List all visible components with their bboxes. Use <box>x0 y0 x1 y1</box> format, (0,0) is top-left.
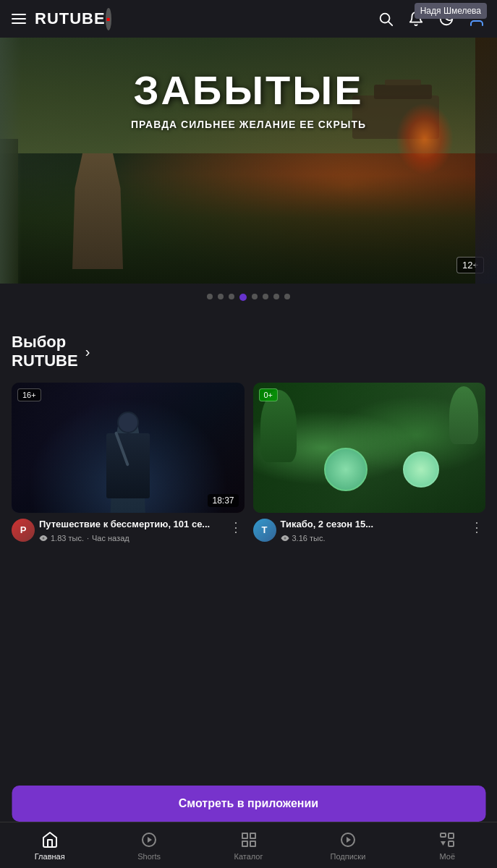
nav-label-subscriptions: Подписки <box>331 852 366 861</box>
subscriptions-icon <box>339 830 357 849</box>
nav-item-subscriptions[interactable]: Подписки <box>298 826 397 865</box>
views-count-2: 3.16 тыс. <box>292 534 326 542</box>
svg-rect-15 <box>449 833 454 838</box>
nav-label-home: Главная <box>35 852 65 861</box>
slider-dot-1[interactable] <box>207 294 213 299</box>
video-age-badge-2: 0+ <box>259 388 279 401</box>
hero-slide-active[interactable]: ЗАБЫТЫЕ ПРАВДА СИЛЬНЕЕ ЖЕЛАНИЕ ЕЕ СКРЫТЬ… <box>0 38 497 284</box>
video-thumbnail-2: 0+ <box>253 383 486 513</box>
nav-label-catalog: Каталог <box>234 852 263 861</box>
slider-dot-3[interactable] <box>229 294 234 299</box>
svg-marker-6 <box>148 837 152 843</box>
video-card-1[interactable]: 16+ 18:37 Р Путешествие к бессмертию, 10… <box>12 383 245 545</box>
svg-rect-13 <box>441 833 446 837</box>
search-button[interactable] <box>377 10 394 27</box>
video-more-button-1[interactable]: ⋮ <box>227 519 245 536</box>
my-icon <box>438 830 456 849</box>
bottom-navigation: Главная Shorts Каталог <box>0 822 497 868</box>
svg-point-4 <box>284 537 286 539</box>
channel-icon-2[interactable]: Т <box>253 519 276 542</box>
nav-item-my[interactable]: Моё <box>398 826 497 865</box>
video-stats-2: 3.16 тыс. <box>281 534 464 542</box>
video-title-1: Путешествие к бессмертию, 101 се... <box>39 519 223 531</box>
time-ago-1: Час назад <box>92 534 129 542</box>
video-info-1: Р Путешествие к бессмертию, 101 се... 1.… <box>12 513 245 545</box>
home-icon <box>41 830 59 849</box>
cute-characters <box>253 383 486 513</box>
nav-item-home[interactable]: Главная <box>0 826 99 865</box>
section-title-line1: Выбор <box>12 333 66 351</box>
logo-dot: · <box>106 8 112 30</box>
section-title-line2: RUTUBE <box>12 352 78 370</box>
svg-line-1 <box>388 22 392 25</box>
nav-label-shorts: Shorts <box>137 852 161 861</box>
slider-dot-6[interactable] <box>263 294 268 299</box>
cta-banner[interactable]: Смотреть в приложении <box>12 786 485 822</box>
slider-dot-5[interactable] <box>252 294 258 299</box>
video-card-2[interactable]: 0+ Т Тикабо, 2 сезон 15... 3.16 тыс. ⋮ <box>253 383 486 545</box>
app-header: RUTUBE· Надя Шмелева <box>0 0 497 38</box>
character-figure <box>99 412 157 513</box>
svg-rect-8 <box>250 833 255 838</box>
slider-preview-left <box>0 38 22 284</box>
svg-marker-12 <box>347 837 351 843</box>
catalog-icon <box>239 830 258 849</box>
shorts-icon <box>140 830 158 849</box>
channel-icon-1[interactable]: Р <box>12 519 35 542</box>
hero-title: ЗАБЫТЫЕ <box>0 67 497 114</box>
slider-dot-4[interactable] <box>239 294 247 301</box>
video-age-badge-1: 16+ <box>17 388 41 401</box>
app-logo: RUTUBE· <box>35 9 111 28</box>
slider-preview-right <box>475 38 497 284</box>
hero-subtitle: ПРАВДА СИЛЬНЕЕ ЖЕЛАНИЕ ЕЕ СКРЫТЬ <box>0 119 497 130</box>
views-icon-2 <box>281 534 289 542</box>
svg-rect-10 <box>250 841 255 846</box>
cta-label: Смотреть в приложении <box>179 797 318 809</box>
video-meta-1: Путешествие к бессмертию, 101 се... 1.83… <box>39 519 223 542</box>
slider-dot-7[interactable] <box>273 294 279 299</box>
rutube-picks-section: Выбор RUTUBE › 16+ 18:37 <box>0 321 497 551</box>
svg-marker-14 <box>441 841 446 846</box>
section-header-rutube-picks[interactable]: Выбор RUTUBE › <box>12 333 485 371</box>
separator-1: · <box>87 534 89 542</box>
svg-rect-7 <box>242 833 247 838</box>
hero-subtitle-text: ПРАВДА СИЛЬНЕЕ ЖЕЛАНИЕ ЕЕ СКРЫТЬ <box>131 119 366 130</box>
views-icon-1 <box>39 534 48 542</box>
video-duration-1: 18:37 <box>208 494 238 507</box>
nav-item-shorts[interactable]: Shorts <box>99 826 198 865</box>
video-title-2: Тикабо, 2 сезон 15... <box>281 519 464 531</box>
video-more-button-2[interactable]: ⋮ <box>468 519 485 536</box>
svg-point-3 <box>43 537 45 539</box>
header-left: RUTUBE· <box>12 9 111 28</box>
svg-rect-9 <box>242 841 247 846</box>
slider-dot-2[interactable] <box>218 294 224 299</box>
section-arrow-icon[interactable]: › <box>85 344 90 360</box>
slider-dot-8[interactable] <box>284 294 290 299</box>
logo-text: RUTUBE <box>35 9 106 27</box>
views-count-1: 1.83 тыс. <box>51 534 84 542</box>
hero-slider[interactable]: ЗАБЫТЫЕ ПРАВДА СИЛЬНЕЕ ЖЕЛАНИЕ ЕЕ СКРЫТЬ… <box>0 38 497 284</box>
user-tooltip: Надя Шмелева <box>415 3 487 19</box>
nav-label-my: Моё <box>440 852 456 861</box>
svg-rect-16 <box>449 841 454 846</box>
video-meta-2: Тикабо, 2 сезон 15... 3.16 тыс. <box>281 519 464 542</box>
video-info-2: Т Тикабо, 2 сезон 15... 3.16 тыс. ⋮ <box>253 513 486 545</box>
video-thumbnail-1: 16+ 18:37 <box>12 383 245 513</box>
nav-item-catalog[interactable]: Каталог <box>199 826 298 865</box>
slider-dots <box>0 284 497 307</box>
video-grid: 16+ 18:37 Р Путешествие к бессмертию, 10… <box>12 383 485 545</box>
menu-button[interactable] <box>12 14 26 24</box>
section-title: Выбор RUTUBE <box>12 333 78 371</box>
video-stats-1: 1.83 тыс. · Час назад <box>39 534 223 542</box>
